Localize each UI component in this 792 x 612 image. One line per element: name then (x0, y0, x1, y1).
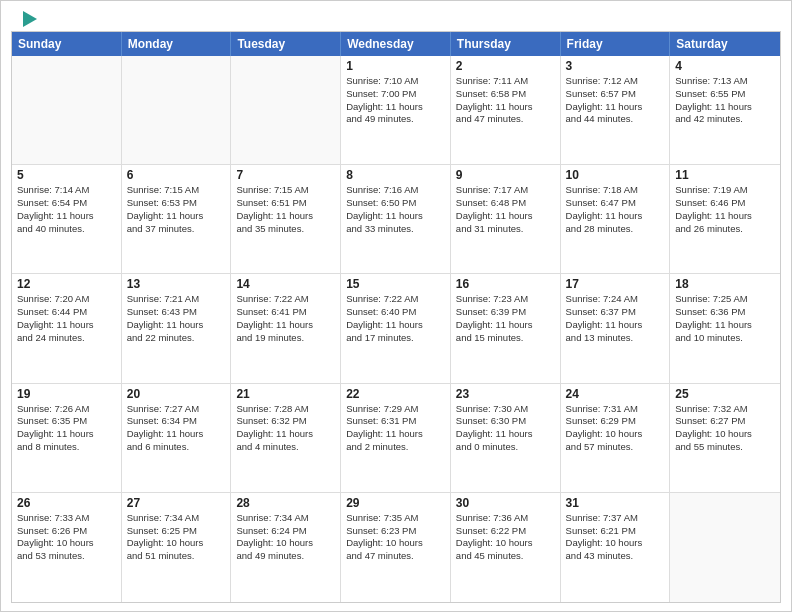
day-number: 3 (566, 59, 665, 73)
calendar-cell: 7Sunrise: 7:15 AM Sunset: 6:51 PM Daylig… (231, 165, 341, 273)
calendar-body: 1Sunrise: 7:10 AM Sunset: 7:00 PM Daylig… (12, 56, 780, 602)
day-number: 22 (346, 387, 445, 401)
day-number: 23 (456, 387, 555, 401)
calendar-cell: 15Sunrise: 7:22 AM Sunset: 6:40 PM Dayli… (341, 274, 451, 382)
day-number: 9 (456, 168, 555, 182)
calendar-cell (122, 56, 232, 164)
day-info: Sunrise: 7:28 AM Sunset: 6:32 PM Dayligh… (236, 403, 335, 454)
weekday-header: Friday (561, 32, 671, 56)
calendar-cell: 11Sunrise: 7:19 AM Sunset: 6:46 PM Dayli… (670, 165, 780, 273)
day-info: Sunrise: 7:34 AM Sunset: 6:24 PM Dayligh… (236, 512, 335, 563)
day-info: Sunrise: 7:16 AM Sunset: 6:50 PM Dayligh… (346, 184, 445, 235)
day-info: Sunrise: 7:10 AM Sunset: 7:00 PM Dayligh… (346, 75, 445, 126)
day-info: Sunrise: 7:22 AM Sunset: 6:41 PM Dayligh… (236, 293, 335, 344)
logo-arrow-icon (23, 11, 37, 27)
day-info: Sunrise: 7:30 AM Sunset: 6:30 PM Dayligh… (456, 403, 555, 454)
day-number: 30 (456, 496, 555, 510)
day-info: Sunrise: 7:15 AM Sunset: 6:51 PM Dayligh… (236, 184, 335, 235)
calendar-week: 5Sunrise: 7:14 AM Sunset: 6:54 PM Daylig… (12, 165, 780, 274)
calendar-cell: 21Sunrise: 7:28 AM Sunset: 6:32 PM Dayli… (231, 384, 341, 492)
day-number: 8 (346, 168, 445, 182)
header (1, 1, 791, 31)
weekday-header: Sunday (12, 32, 122, 56)
calendar-cell: 13Sunrise: 7:21 AM Sunset: 6:43 PM Dayli… (122, 274, 232, 382)
calendar-cell (670, 493, 780, 602)
day-info: Sunrise: 7:27 AM Sunset: 6:34 PM Dayligh… (127, 403, 226, 454)
calendar: SundayMondayTuesdayWednesdayThursdayFrid… (11, 31, 781, 603)
calendar-header: SundayMondayTuesdayWednesdayThursdayFrid… (12, 32, 780, 56)
day-info: Sunrise: 7:36 AM Sunset: 6:22 PM Dayligh… (456, 512, 555, 563)
day-number: 17 (566, 277, 665, 291)
day-info: Sunrise: 7:13 AM Sunset: 6:55 PM Dayligh… (675, 75, 775, 126)
day-info: Sunrise: 7:12 AM Sunset: 6:57 PM Dayligh… (566, 75, 665, 126)
day-info: Sunrise: 7:37 AM Sunset: 6:21 PM Dayligh… (566, 512, 665, 563)
day-number: 27 (127, 496, 226, 510)
calendar-week: 26Sunrise: 7:33 AM Sunset: 6:26 PM Dayli… (12, 493, 780, 602)
logo (21, 11, 37, 27)
day-number: 31 (566, 496, 665, 510)
day-info: Sunrise: 7:21 AM Sunset: 6:43 PM Dayligh… (127, 293, 226, 344)
weekday-header: Tuesday (231, 32, 341, 56)
calendar-cell: 20Sunrise: 7:27 AM Sunset: 6:34 PM Dayli… (122, 384, 232, 492)
calendar-cell: 12Sunrise: 7:20 AM Sunset: 6:44 PM Dayli… (12, 274, 122, 382)
day-number: 29 (346, 496, 445, 510)
calendar-cell: 17Sunrise: 7:24 AM Sunset: 6:37 PM Dayli… (561, 274, 671, 382)
calendar-cell: 4Sunrise: 7:13 AM Sunset: 6:55 PM Daylig… (670, 56, 780, 164)
day-info: Sunrise: 7:31 AM Sunset: 6:29 PM Dayligh… (566, 403, 665, 454)
calendar-cell: 14Sunrise: 7:22 AM Sunset: 6:41 PM Dayli… (231, 274, 341, 382)
day-number: 4 (675, 59, 775, 73)
day-info: Sunrise: 7:35 AM Sunset: 6:23 PM Dayligh… (346, 512, 445, 563)
day-number: 16 (456, 277, 555, 291)
weekday-header: Wednesday (341, 32, 451, 56)
calendar-cell: 26Sunrise: 7:33 AM Sunset: 6:26 PM Dayli… (12, 493, 122, 602)
day-info: Sunrise: 7:25 AM Sunset: 6:36 PM Dayligh… (675, 293, 775, 344)
day-info: Sunrise: 7:24 AM Sunset: 6:37 PM Dayligh… (566, 293, 665, 344)
day-info: Sunrise: 7:11 AM Sunset: 6:58 PM Dayligh… (456, 75, 555, 126)
day-number: 25 (675, 387, 775, 401)
calendar-cell (12, 56, 122, 164)
calendar-cell: 28Sunrise: 7:34 AM Sunset: 6:24 PM Dayli… (231, 493, 341, 602)
day-info: Sunrise: 7:20 AM Sunset: 6:44 PM Dayligh… (17, 293, 116, 344)
calendar-cell: 23Sunrise: 7:30 AM Sunset: 6:30 PM Dayli… (451, 384, 561, 492)
calendar-cell: 18Sunrise: 7:25 AM Sunset: 6:36 PM Dayli… (670, 274, 780, 382)
day-number: 12 (17, 277, 116, 291)
calendar-cell: 16Sunrise: 7:23 AM Sunset: 6:39 PM Dayli… (451, 274, 561, 382)
calendar-cell: 8Sunrise: 7:16 AM Sunset: 6:50 PM Daylig… (341, 165, 451, 273)
day-number: 18 (675, 277, 775, 291)
day-number: 6 (127, 168, 226, 182)
calendar-cell: 24Sunrise: 7:31 AM Sunset: 6:29 PM Dayli… (561, 384, 671, 492)
calendar-cell: 29Sunrise: 7:35 AM Sunset: 6:23 PM Dayli… (341, 493, 451, 602)
calendar-cell: 9Sunrise: 7:17 AM Sunset: 6:48 PM Daylig… (451, 165, 561, 273)
day-info: Sunrise: 7:23 AM Sunset: 6:39 PM Dayligh… (456, 293, 555, 344)
day-number: 21 (236, 387, 335, 401)
calendar-cell: 27Sunrise: 7:34 AM Sunset: 6:25 PM Dayli… (122, 493, 232, 602)
day-number: 5 (17, 168, 116, 182)
calendar-cell (231, 56, 341, 164)
calendar-cell: 10Sunrise: 7:18 AM Sunset: 6:47 PM Dayli… (561, 165, 671, 273)
day-number: 28 (236, 496, 335, 510)
day-info: Sunrise: 7:14 AM Sunset: 6:54 PM Dayligh… (17, 184, 116, 235)
day-info: Sunrise: 7:32 AM Sunset: 6:27 PM Dayligh… (675, 403, 775, 454)
calendar-cell: 1Sunrise: 7:10 AM Sunset: 7:00 PM Daylig… (341, 56, 451, 164)
calendar-cell: 30Sunrise: 7:36 AM Sunset: 6:22 PM Dayli… (451, 493, 561, 602)
day-info: Sunrise: 7:26 AM Sunset: 6:35 PM Dayligh… (17, 403, 116, 454)
day-info: Sunrise: 7:22 AM Sunset: 6:40 PM Dayligh… (346, 293, 445, 344)
calendar-cell: 19Sunrise: 7:26 AM Sunset: 6:35 PM Dayli… (12, 384, 122, 492)
day-number: 10 (566, 168, 665, 182)
calendar-week: 19Sunrise: 7:26 AM Sunset: 6:35 PM Dayli… (12, 384, 780, 493)
calendar-cell: 6Sunrise: 7:15 AM Sunset: 6:53 PM Daylig… (122, 165, 232, 273)
day-info: Sunrise: 7:18 AM Sunset: 6:47 PM Dayligh… (566, 184, 665, 235)
day-info: Sunrise: 7:15 AM Sunset: 6:53 PM Dayligh… (127, 184, 226, 235)
page: SundayMondayTuesdayWednesdayThursdayFrid… (0, 0, 792, 612)
calendar-cell: 3Sunrise: 7:12 AM Sunset: 6:57 PM Daylig… (561, 56, 671, 164)
day-info: Sunrise: 7:19 AM Sunset: 6:46 PM Dayligh… (675, 184, 775, 235)
day-info: Sunrise: 7:34 AM Sunset: 6:25 PM Dayligh… (127, 512, 226, 563)
day-number: 24 (566, 387, 665, 401)
day-info: Sunrise: 7:29 AM Sunset: 6:31 PM Dayligh… (346, 403, 445, 454)
day-number: 11 (675, 168, 775, 182)
calendar-week: 1Sunrise: 7:10 AM Sunset: 7:00 PM Daylig… (12, 56, 780, 165)
day-number: 26 (17, 496, 116, 510)
day-number: 19 (17, 387, 116, 401)
day-info: Sunrise: 7:33 AM Sunset: 6:26 PM Dayligh… (17, 512, 116, 563)
calendar-cell: 5Sunrise: 7:14 AM Sunset: 6:54 PM Daylig… (12, 165, 122, 273)
